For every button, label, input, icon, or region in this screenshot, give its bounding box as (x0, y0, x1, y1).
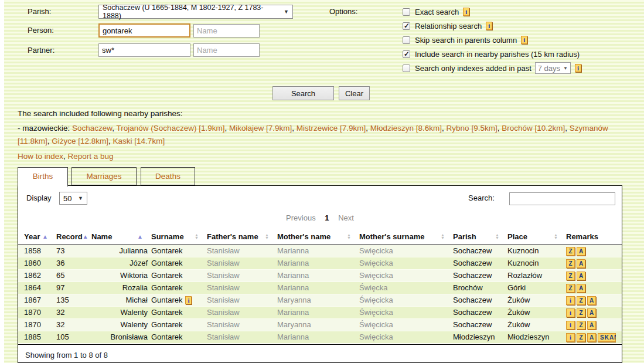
cell-name: Bronisława (91, 331, 151, 343)
chevron-down-icon: ▼ (284, 9, 289, 15)
tab-label-births: Births (33, 172, 53, 181)
remark-a-icon[interactable]: A (577, 259, 585, 268)
remark-a-icon[interactable]: A (587, 296, 596, 305)
remark-info-icon[interactable]: i (566, 308, 575, 317)
column-label-record: Record (56, 232, 83, 241)
remark-z-icon[interactable]: Z (577, 321, 585, 330)
tab-deaths[interactable]: Deaths (141, 167, 195, 185)
remark-z-icon[interactable]: Z (577, 333, 585, 342)
surname-info-icon[interactable]: i (185, 296, 192, 304)
remark-a-icon[interactable]: A (587, 333, 596, 342)
remark-info-icon[interactable]: i (566, 296, 575, 305)
remark-a-icon[interactable]: A (587, 308, 596, 317)
display-label: Display (26, 194, 52, 202)
column-header-parish[interactable]: Parish ▲▼ (453, 228, 507, 245)
info-icon[interactable]: i (521, 36, 527, 44)
remark-skan-icon[interactable]: SKAN (598, 333, 616, 342)
table-row: 1867 135 Michał Guntareki Stanisław Mary… (18, 294, 622, 307)
option-checkbox-skip-search-in-parents-column[interactable] (403, 36, 410, 44)
options-list: Exact search i Relationship search i Ski… (403, 5, 581, 75)
cell-remarks: iZA (566, 294, 616, 306)
pagination-previous[interactable]: Previous (286, 213, 316, 222)
remark-z-icon[interactable]: Z (566, 259, 575, 268)
cell-mothers-name: Marianna (277, 331, 359, 343)
column-header-remarks[interactable]: Remarks (566, 228, 616, 245)
column-header-mother-s-surname[interactable]: Mother's surname ▲▼ (359, 228, 453, 245)
option-checkbox-search-only-indexes-added-in-past[interactable] (403, 65, 410, 72)
cell-fathers-name: Stanisław (207, 257, 277, 269)
partner-surname-input[interactable]: sw* (98, 43, 190, 57)
nearby-parish-link[interactable]: Trojanów (Sochaczew) [1.9km] (117, 124, 225, 133)
info-icon[interactable]: i (575, 64, 581, 72)
column-header-name[interactable]: Name ▲ (91, 228, 151, 245)
nearby-parish-link[interactable]: Mistrzewice [7.9km] (297, 124, 366, 133)
option-checkbox-include-search-in-nearby-parishes-15-km-radius[interactable] (403, 50, 410, 58)
option-row: Include search in nearby parishes (15 km… (403, 47, 581, 61)
how-to-index-link[interactable]: How to index (18, 152, 63, 161)
sort-both-icon: ▲▼ (347, 233, 351, 239)
pagination-current-page[interactable]: 1 (325, 213, 329, 222)
nearby-parish-link[interactable]: Kaski [14.7km] (113, 137, 165, 145)
remark-z-icon[interactable]: Z (566, 284, 575, 293)
display-count-select[interactable]: 50 ▼ (59, 192, 87, 205)
cell-place: Kuznocin (507, 245, 566, 257)
cell-record: 135 (56, 294, 91, 306)
column-header-mother-s-name[interactable]: Mother's name ▲▼ (277, 228, 359, 245)
nearby-parish-link[interactable]: Mikołajew [7.9km] (229, 124, 292, 133)
cell-remarks: iZASKAN (566, 331, 616, 343)
cell-mothers-name: Marianna (277, 307, 359, 318)
column-label-place: Place (507, 232, 527, 241)
cell-mothers-name: Marianna (277, 245, 359, 257)
remark-a-icon[interactable]: A (577, 284, 585, 293)
cell-fathers-name: Stanisław (207, 331, 277, 343)
nearby-parish-link[interactable]: Sochaczew (72, 124, 112, 133)
remark-a-icon[interactable]: A (577, 272, 585, 280)
remark-z-icon[interactable]: Z (566, 247, 575, 256)
cell-remarks: ZA (566, 282, 616, 294)
column-header-father-s-name[interactable]: Father's name ▲▼ (207, 228, 277, 245)
column-header-year[interactable]: Year ▲ (24, 228, 56, 245)
person-surname-input[interactable]: gontarek (98, 23, 190, 38)
cell-remarks: ZA (566, 257, 616, 269)
sort-both-icon: ▲▼ (195, 233, 199, 239)
pagination-next[interactable]: Next (338, 213, 354, 222)
sort-both-icon: ▲▼ (554, 233, 558, 239)
remark-z-icon[interactable]: Z (566, 272, 575, 280)
option-period-select[interactable]: 7 days▼ (535, 62, 571, 74)
chevron-down-icon: ▼ (78, 195, 83, 201)
remark-info-icon[interactable]: i (566, 333, 575, 342)
table-header-row: Year ▲ Record ▲ Name ▲ Surname ▲▼ Father… (18, 228, 622, 245)
person-name-input[interactable]: Name (193, 24, 260, 38)
cell-name: Michał (91, 294, 151, 306)
table-search-input[interactable] (509, 192, 615, 205)
parish-select[interactable]: Sochaczew (U 1665-1884, M 1802-1927, Z 1… (98, 5, 293, 19)
remark-a-icon[interactable]: A (587, 321, 596, 330)
tab-marriages[interactable]: Marriages (71, 167, 137, 185)
person-label: Person: (28, 26, 54, 35)
partner-name-input[interactable]: Name (193, 43, 260, 57)
remark-info-icon[interactable]: i (566, 321, 575, 330)
cell-record: 32 (56, 307, 91, 318)
info-icon[interactable]: i (463, 8, 469, 16)
clear-button[interactable]: Clear (339, 86, 370, 100)
column-header-record[interactable]: Record ▲ (56, 228, 91, 245)
cell-remarks: iZA (566, 307, 616, 318)
report-a-bug-link[interactable]: Report a bug (68, 152, 114, 161)
option-label: Search only indexes added in past (415, 64, 531, 73)
remark-a-icon[interactable]: A (577, 247, 585, 256)
cell-mothers-surname: Święcicka (359, 307, 453, 318)
option-checkbox-exact-search[interactable] (403, 8, 410, 16)
nearby-parish-link[interactable]: Brochów [10.2km] (502, 124, 565, 133)
info-icon[interactable]: i (486, 22, 492, 30)
column-header-surname[interactable]: Surname ▲▼ (151, 228, 207, 245)
search-button[interactable]: Search (272, 86, 334, 100)
option-label: Exact search (415, 8, 459, 16)
column-header-place[interactable]: Place ▲▼ (507, 228, 566, 245)
remark-z-icon[interactable]: Z (577, 296, 585, 305)
option-checkbox-relationship-search[interactable] (403, 22, 410, 30)
nearby-parish-link[interactable]: Giżyce [12.8km] (52, 137, 108, 145)
nearby-parish-link[interactable]: Młodzieszyn [8.6km] (370, 124, 442, 133)
remark-z-icon[interactable]: Z (577, 308, 585, 317)
nearby-parish-link[interactable]: Rybno [9.5km] (447, 124, 498, 133)
tab-births[interactable]: Births (18, 167, 68, 186)
